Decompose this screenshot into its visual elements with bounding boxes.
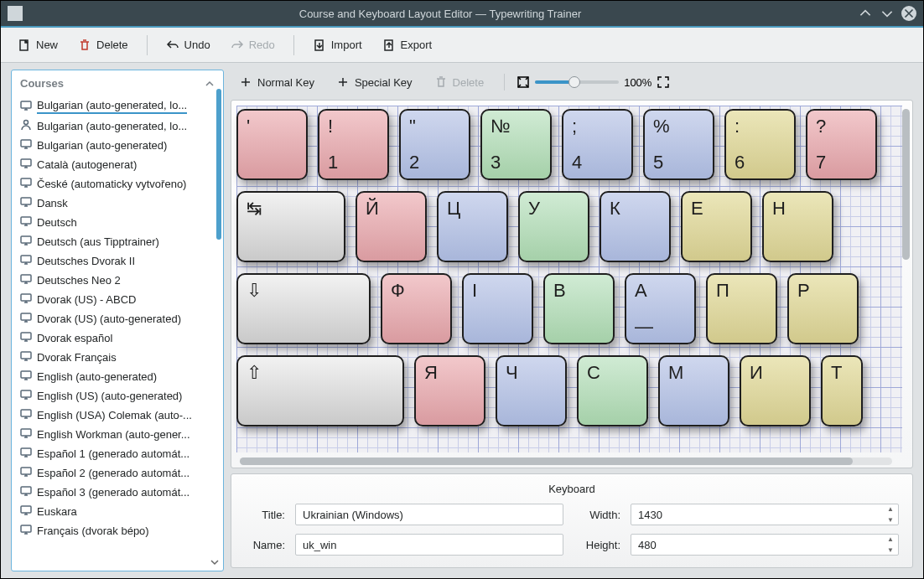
course-item[interactable]: Dvorak (US) - ABCD <box>17 290 221 309</box>
import-button[interactable]: Import <box>304 35 371 55</box>
keyboard-view[interactable]: '!1"2№3;4%5:6?7↹ЙЦУКЕН⇩ФІВА—ПР⇧ЯЧСМИТ <box>231 100 913 468</box>
course-item[interactable]: Dansk <box>17 194 221 213</box>
monitor-icon <box>20 100 32 114</box>
key-top-label: № <box>491 116 511 137</box>
fullscreen-icon[interactable] <box>657 75 670 89</box>
keyboard-key[interactable]: Н <box>762 191 833 262</box>
course-item[interactable]: English (auto-generated) <box>17 367 221 386</box>
new-button[interactable]: New <box>9 35 66 55</box>
key-top-label: Й <box>366 198 379 220</box>
course-item[interactable]: Français (dvorak bépo) <box>17 521 221 540</box>
keyboard-key[interactable]: "2 <box>399 109 470 180</box>
sidebar-scrollbar[interactable] <box>216 89 221 240</box>
title-field[interactable] <box>295 504 563 525</box>
svg-rect-17 <box>21 371 31 378</box>
keyboard-key[interactable]: І <box>462 273 533 344</box>
maximize-button[interactable] <box>880 6 895 21</box>
course-item[interactable]: Català (autogenerat) <box>17 155 221 174</box>
course-item-label: English (USA) Colemak (auto-... <box>37 409 192 421</box>
keyboard-key[interactable]: К <box>600 191 671 262</box>
key-top-label: И <box>750 362 763 384</box>
course-item[interactable]: Español 2 (generado automát... <box>17 463 221 483</box>
keyboard-key[interactable]: Ц <box>437 191 508 262</box>
normal-key-label: Normal Key <box>257 76 314 89</box>
course-item[interactable]: Bulgarian (auto-generated) <box>17 136 221 155</box>
course-item[interactable]: Bulgarian (auto-generated, lo... <box>17 116 221 136</box>
keyboard-key[interactable]: Т <box>821 355 863 426</box>
course-item[interactable]: Deutsch (aus Tipptrainer) <box>17 232 221 251</box>
keyboard-key[interactable]: М <box>658 355 729 426</box>
keyboard-key[interactable]: В <box>543 273 615 344</box>
person-icon <box>20 119 32 133</box>
course-item[interactable]: English Workman (auto-gener... <box>17 425 221 444</box>
undo-button[interactable]: Undo <box>158 35 219 55</box>
keyboard-key[interactable]: Е <box>681 191 752 262</box>
keyboard-key[interactable]: Р <box>787 273 859 344</box>
close-button[interactable] <box>901 6 916 21</box>
keyboard-key[interactable]: №3 <box>480 109 552 180</box>
keyboard-key[interactable]: ⇩ <box>236 273 371 344</box>
course-item[interactable]: Dvorak Français <box>17 348 221 367</box>
course-item[interactable]: Deutsches Dvorak II <box>17 251 221 271</box>
keyboard-key[interactable]: С <box>577 355 648 426</box>
keyboard-hscrollbar[interactable] <box>240 458 892 465</box>
svg-rect-21 <box>21 448 31 455</box>
course-item[interactable]: Deutsches Neo 2 <box>17 271 221 290</box>
key-top-label: ⇧ <box>247 362 262 384</box>
keyboard-key[interactable]: Ч <box>496 355 567 426</box>
course-item[interactable]: Euskara <box>17 502 221 521</box>
keyboard-key[interactable]: И <box>740 355 811 426</box>
keyboard-key[interactable]: %5 <box>643 109 714 180</box>
keyboard-key[interactable]: У <box>518 191 589 262</box>
zoom-percent: 100% <box>624 76 651 89</box>
keyboard-key[interactable]: Я <box>414 355 485 426</box>
course-item[interactable]: English (US) (auto-generated) <box>17 386 221 406</box>
monitor-icon <box>20 273 32 287</box>
course-item[interactable]: České (automaticky vytvořeno) <box>17 174 221 194</box>
redo-label: Redo <box>249 39 275 51</box>
keyboard-key[interactable]: Й <box>356 191 427 262</box>
course-item[interactable]: Dvorak español <box>17 328 221 348</box>
redo-icon <box>231 39 244 52</box>
key-bottom-label: 6 <box>735 152 745 173</box>
add-special-key-button[interactable]: Special Key <box>328 72 421 92</box>
keyboard-key[interactable]: ↹ <box>236 191 345 262</box>
keyboard-vscrollbar[interactable] <box>902 109 910 260</box>
course-item[interactable]: Deutsch <box>17 213 221 232</box>
course-item-label: Dvorak (US) - ABCD <box>37 293 136 306</box>
zoom-slider[interactable] <box>535 80 619 84</box>
keyboard-key[interactable]: П <box>706 273 777 344</box>
delete-button[interactable]: Delete <box>70 35 137 55</box>
key-top-label: ' <box>247 116 250 137</box>
course-item[interactable]: Dvorak (US) (auto-generated) <box>17 309 221 328</box>
key-top-label: ? <box>816 116 826 137</box>
chevron-down-icon[interactable] <box>210 557 220 567</box>
width-field[interactable] <box>631 504 899 525</box>
fit-icon[interactable] <box>517 75 530 89</box>
add-normal-key-button[interactable]: Normal Key <box>231 72 323 92</box>
monitor-icon <box>20 466 32 480</box>
keyboard-key[interactable]: Ф <box>381 273 452 344</box>
course-item[interactable]: Español 1 (generado automát... <box>17 444 221 463</box>
separator <box>293 35 294 55</box>
export-button[interactable]: Export <box>374 35 441 55</box>
keyboard-key[interactable]: ?7 <box>806 109 877 180</box>
keyboard-key[interactable]: А— <box>625 273 696 344</box>
minimize-button[interactable] <box>858 6 873 21</box>
keyboard-key[interactable]: ;4 <box>562 109 633 180</box>
course-item-label: Deutsches Dvorak II <box>37 255 135 267</box>
course-item[interactable]: Español 3 (generado automát... <box>17 483 221 502</box>
keyboard-key[interactable]: ' <box>236 109 308 180</box>
course-list[interactable]: Bulgarian (auto-generated, lo...Bulgaria… <box>12 96 223 571</box>
course-item[interactable]: Bulgarian (auto-generated, lo... <box>17 96 221 116</box>
app-icon <box>8 6 23 21</box>
keyboard-key[interactable]: !1 <box>318 109 389 180</box>
courses-header[interactable]: Courses <box>12 70 223 96</box>
course-item[interactable]: English (USA) Colemak (auto-... <box>17 406 221 425</box>
keyboard-key[interactable]: :6 <box>724 109 796 180</box>
plus-icon <box>239 75 252 89</box>
chevron-up-icon <box>205 79 215 89</box>
keyboard-key[interactable]: ⇧ <box>236 355 404 426</box>
name-field[interactable] <box>295 534 563 556</box>
height-field[interactable] <box>631 534 899 556</box>
